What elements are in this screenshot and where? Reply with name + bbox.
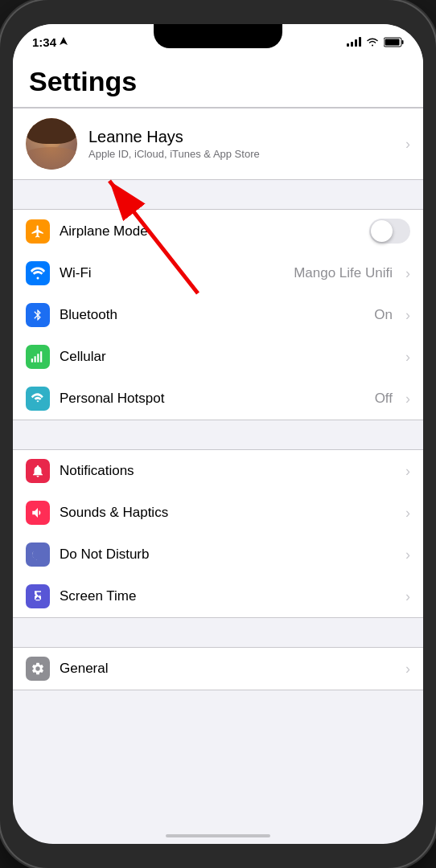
settings-title-area: Settings bbox=[13, 59, 423, 108]
phone-frame: 1:34 bbox=[0, 0, 436, 868]
signal-icon bbox=[347, 37, 361, 47]
donotdisturb-row[interactable]: Do Not Disturb › bbox=[13, 534, 423, 575]
wifi-icon-wrap bbox=[26, 261, 50, 285]
screentime-icon-wrap bbox=[26, 584, 50, 608]
cellular-icon-wrap bbox=[26, 345, 50, 369]
general-row[interactable]: General › bbox=[13, 648, 423, 690]
status-bar: 1:34 bbox=[13, 24, 423, 59]
cellular-chevron: › bbox=[405, 349, 410, 366]
screentime-label: Screen Time bbox=[60, 588, 396, 604]
notifications-chevron: › bbox=[405, 463, 410, 480]
screen: 1:34 bbox=[13, 24, 423, 844]
sounds-row[interactable]: Sounds & Haptics › bbox=[13, 492, 423, 534]
donotdisturb-icon-wrap bbox=[26, 542, 50, 567]
general-label: General bbox=[60, 661, 396, 677]
network-section: Airplane Mode Wi-Fi Mango Life Unifi › bbox=[13, 209, 423, 420]
donotdisturb-label: Do Not Disturb bbox=[60, 547, 396, 563]
general-section: General › bbox=[13, 647, 423, 690]
sounds-chevron: › bbox=[405, 505, 410, 522]
notification-section: Notifications › Sounds & Haptics › bbox=[13, 449, 423, 618]
svg-rect-8 bbox=[40, 351, 42, 362]
profile-subtitle: Apple ID, iCloud, iTunes & App Store bbox=[88, 148, 394, 160]
donotdisturb-chevron: › bbox=[405, 547, 410, 563]
wifi-label: Wi-Fi bbox=[60, 265, 284, 281]
svg-rect-7 bbox=[37, 354, 39, 362]
avatar bbox=[26, 118, 77, 170]
profile-chevron: › bbox=[405, 136, 410, 153]
cellular-row[interactable]: Cellular › bbox=[13, 336, 423, 378]
status-icons bbox=[347, 37, 404, 47]
section-divider-3 bbox=[13, 618, 423, 647]
status-time: 1:34 bbox=[32, 35, 68, 49]
wifi-row[interactable]: Wi-Fi Mango Life Unifi › bbox=[13, 252, 423, 294]
wifi-icon bbox=[366, 37, 379, 47]
bluetooth-label: Bluetooth bbox=[60, 307, 364, 323]
svg-rect-1 bbox=[402, 40, 404, 44]
hotspot-row[interactable]: Personal Hotspot Off › bbox=[13, 378, 423, 420]
airplane-mode-row[interactable]: Airplane Mode bbox=[13, 210, 423, 252]
screentime-chevron: › bbox=[405, 588, 410, 605]
page-title: Settings bbox=[29, 66, 407, 97]
wifi-value: Mango Life Unifi bbox=[294, 265, 393, 281]
location-icon bbox=[60, 37, 68, 47]
hotspot-chevron: › bbox=[405, 391, 410, 407]
svg-rect-6 bbox=[35, 356, 36, 362]
bluetooth-icon-wrap bbox=[26, 303, 50, 327]
hotspot-icon-wrap bbox=[26, 387, 50, 411]
profile-section: Leanne Hays Apple ID, iCloud, iTunes & A… bbox=[13, 108, 423, 180]
hotspot-value: Off bbox=[375, 391, 393, 407]
home-indicator bbox=[166, 834, 270, 837]
section-divider-1 bbox=[13, 180, 423, 209]
battery-icon bbox=[384, 37, 404, 47]
profile-info: Leanne Hays Apple ID, iCloud, iTunes & A… bbox=[88, 128, 394, 160]
general-chevron: › bbox=[405, 661, 410, 678]
section-divider-2 bbox=[13, 420, 423, 449]
bluetooth-value: On bbox=[374, 307, 393, 323]
airplane-mode-icon bbox=[26, 219, 50, 244]
cellular-label: Cellular bbox=[60, 349, 396, 365]
sounds-icon-wrap bbox=[26, 501, 50, 525]
bluetooth-chevron: › bbox=[405, 307, 410, 324]
airplane-mode-toggle[interactable] bbox=[369, 219, 410, 244]
profile-row[interactable]: Leanne Hays Apple ID, iCloud, iTunes & A… bbox=[13, 108, 423, 179]
profile-name: Leanne Hays bbox=[88, 128, 394, 146]
svg-rect-2 bbox=[385, 39, 400, 45]
wifi-chevron: › bbox=[405, 265, 410, 282]
hotspot-label: Personal Hotspot bbox=[60, 391, 365, 407]
bluetooth-row[interactable]: Bluetooth On › bbox=[13, 294, 423, 336]
airplane-mode-label: Airplane Mode bbox=[60, 223, 360, 240]
svg-rect-5 bbox=[31, 358, 33, 362]
toggle-knob bbox=[371, 220, 393, 242]
notifications-row[interactable]: Notifications › bbox=[13, 450, 423, 492]
sounds-label: Sounds & Haptics bbox=[60, 505, 396, 521]
notifications-icon-wrap bbox=[26, 459, 50, 483]
notifications-label: Notifications bbox=[60, 463, 396, 479]
notch bbox=[154, 24, 282, 48]
general-icon-wrap bbox=[26, 657, 50, 681]
screentime-row[interactable]: Screen Time › bbox=[13, 575, 423, 617]
time-display: 1:34 bbox=[32, 35, 56, 49]
